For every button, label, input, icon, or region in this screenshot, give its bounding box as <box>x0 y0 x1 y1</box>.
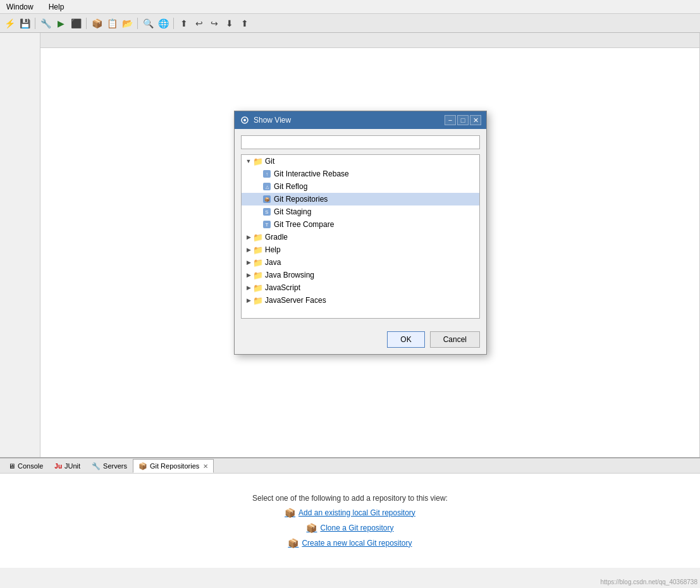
expand-git-icon: ▼ <box>244 157 253 166</box>
tree-item-git-staging[interactable]: S Git Staging <box>242 205 479 218</box>
menu-help[interactable]: Help <box>45 1 68 13</box>
tree-item-git-interactive-rebase[interactable]: ↑ Git Interactive Rebase <box>242 168 479 180</box>
bottom-content: Select one of the following to add a rep… <box>0 474 700 568</box>
git-repo-icon: 📦 <box>262 194 272 204</box>
tree-item-java[interactable]: ▶ 📁 Java <box>242 256 479 269</box>
svg-text:S: S <box>265 209 268 215</box>
git-reflog-icon: △ <box>262 181 272 192</box>
toolbar-btn-13[interactable]: ⬆ <box>238 16 252 30</box>
clone-icon: 📦 <box>306 523 316 533</box>
toolbar: ⚡ 💾 🔧 ▶ ⬛ 📦 📋 📂 🔍 🌐 ⬆ ↩ ↪ ⬇ ⬆ <box>0 14 700 33</box>
folder-help-icon: 📁 <box>253 245 263 255</box>
editor-tab-bar <box>40 33 699 48</box>
expand-java-icon: ▶ <box>244 258 253 267</box>
toolbar-btn-6[interactable]: 📂 <box>120 16 134 30</box>
tree-item-git-repositories[interactable]: 📦 Git Repositories <box>242 193 479 205</box>
git-repos-tab-icon: 📦 <box>138 462 147 470</box>
git-staging-icon: S <box>262 207 272 217</box>
toolbar-btn-9[interactable]: ⬆ <box>177 16 191 30</box>
left-panel-icon-2 <box>1 49 27 62</box>
toolbar-btn-8[interactable]: 🌐 <box>156 16 170 30</box>
git-tree-icon: T <box>262 219 272 230</box>
tree-item-git-reflog[interactable]: △ Git Reflog <box>242 180 479 193</box>
toolbar-sep-4 <box>173 18 174 29</box>
svg-point-1 <box>243 119 246 121</box>
dialog-gear-icon <box>240 115 250 125</box>
tree-label-javascript: JavaScript <box>265 283 300 292</box>
menu-window[interactable]: Window <box>3 1 37 13</box>
expand-gradle-icon: ▶ <box>244 233 253 242</box>
svg-text:T: T <box>266 222 269 228</box>
cancel-button[interactable]: Cancel <box>430 331 480 348</box>
expand-java-browsing-icon: ▶ <box>244 271 253 279</box>
tree-label-java: Java <box>265 258 281 267</box>
tree-label-help: Help <box>265 245 281 254</box>
tree-item-git[interactable]: ▼ 📁 Git <box>242 155 479 168</box>
git-ir-icon: ↑ <box>262 169 272 179</box>
clone-label: Clone a Git repository <box>320 524 393 532</box>
clone-link[interactable]: 📦 Clone a Git repository <box>306 523 393 533</box>
tree-label-git: Git <box>265 157 274 166</box>
folder-java-icon: 📁 <box>253 257 263 267</box>
toolbar-btn-1[interactable]: ⚡ <box>3 16 16 30</box>
tree-item-git-tree-compare[interactable]: T Git Tree Compare <box>242 218 479 231</box>
toolbar-sep-2 <box>86 18 87 29</box>
junit-tab-icon: Ju <box>54 463 62 470</box>
svg-text:↑: ↑ <box>266 171 268 177</box>
toolbar-btn-12[interactable]: ⬇ <box>223 16 236 30</box>
toolbar-btn-2[interactable]: 💾 <box>18 16 32 30</box>
tree-view[interactable]: ▼ 📁 Git ↑ Git Interactive Rebase <box>241 154 480 319</box>
watermark: https://blog.csdn.net/qq_40368738 <box>601 579 697 585</box>
git-repos-tab-label: Git Repositories <box>150 462 199 470</box>
tree-label-git-staging: Git Staging <box>274 207 311 216</box>
toolbar-btn-11[interactable]: ↪ <box>207 16 221 30</box>
add-existing-icon: 📦 <box>285 508 295 518</box>
toolbar-btn-10[interactable]: ↩ <box>192 16 206 30</box>
tree-item-help[interactable]: ▶ 📁 Help <box>242 243 479 256</box>
toolbar-btn-4[interactable]: 📦 <box>90 16 104 30</box>
dialog-close-btn[interactable]: ✕ <box>470 115 481 125</box>
tree-item-gradle[interactable]: ▶ 📁 Gradle <box>242 231 479 243</box>
create-new-label: Create a new local Git repository <box>302 539 412 548</box>
expand-git-ir-icon <box>253 169 262 178</box>
tab-servers[interactable]: 🔧 Servers <box>86 459 133 473</box>
dialog-minimize-btn[interactable]: − <box>445 115 456 125</box>
search-input[interactable] <box>241 135 480 149</box>
ok-button[interactable]: OK <box>387 331 424 348</box>
tree-item-javaserver-faces[interactable]: ▶ 📁 JavaServer Faces <box>242 294 479 307</box>
console-tab-label: Console <box>18 462 43 470</box>
dialog-body: ▼ 📁 Git ↑ Git Interactive Rebase <box>235 129 486 325</box>
tree-label-javaserver-faces: JavaServer Faces <box>265 296 326 305</box>
expand-help-icon: ▶ <box>244 245 253 254</box>
tab-git-repositories[interactable]: 📦 Git Repositories ✕ <box>133 459 214 473</box>
expand-javascript-icon: ▶ <box>244 283 253 292</box>
add-existing-link[interactable]: 📦 Add an existing local Git repository <box>285 508 415 518</box>
toolbar-btn-stop[interactable]: ⬛ <box>69 16 83 30</box>
left-panel <box>0 33 40 457</box>
tree-label-git-ir: Git Interactive Rebase <box>274 169 349 178</box>
tree-label-git-tree-compare: Git Tree Compare <box>274 220 334 229</box>
left-panel-icon-1 <box>1 35 27 48</box>
toolbar-sep-3 <box>137 18 138 29</box>
toolbar-btn-5[interactable]: 📋 <box>105 16 119 30</box>
bottom-panel: 🖥 Console Ju JUnit 🔧 Servers 📦 Git Repos… <box>0 457 700 568</box>
tab-junit[interactable]: Ju JUnit <box>49 459 86 473</box>
folder-java-browsing-icon: 📁 <box>253 270 263 280</box>
toolbar-btn-run[interactable]: ▶ <box>54 16 68 30</box>
dialog-titlebar: Show View − □ ✕ <box>235 111 486 129</box>
toolbar-btn-7[interactable]: 🔍 <box>141 16 155 30</box>
create-new-link[interactable]: 📦 Create a new local Git repository <box>288 538 412 548</box>
git-repos-tab-close-icon[interactable]: ✕ <box>203 463 208 470</box>
tree-item-javascript[interactable]: ▶ 📁 JavaScript <box>242 281 479 294</box>
expand-git-reflog-icon <box>253 182 262 191</box>
expand-git-tree-icon <box>253 220 262 229</box>
toolbar-btn-3[interactable]: 🔧 <box>39 16 52 30</box>
tree-label-git-repositories: Git Repositories <box>274 195 328 204</box>
toolbar-sep-1 <box>35 18 35 29</box>
expand-git-repo-icon <box>253 195 262 204</box>
tab-console[interactable]: 🖥 Console <box>3 459 49 473</box>
tree-item-java-browsing[interactable]: ▶ 📁 Java Browsing <box>242 269 479 281</box>
expand-javaserver-faces-icon: ▶ <box>244 296 253 305</box>
dialog-maximize-btn[interactable]: □ <box>457 115 469 125</box>
repo-description: Select one of the following to add a rep… <box>252 494 448 503</box>
